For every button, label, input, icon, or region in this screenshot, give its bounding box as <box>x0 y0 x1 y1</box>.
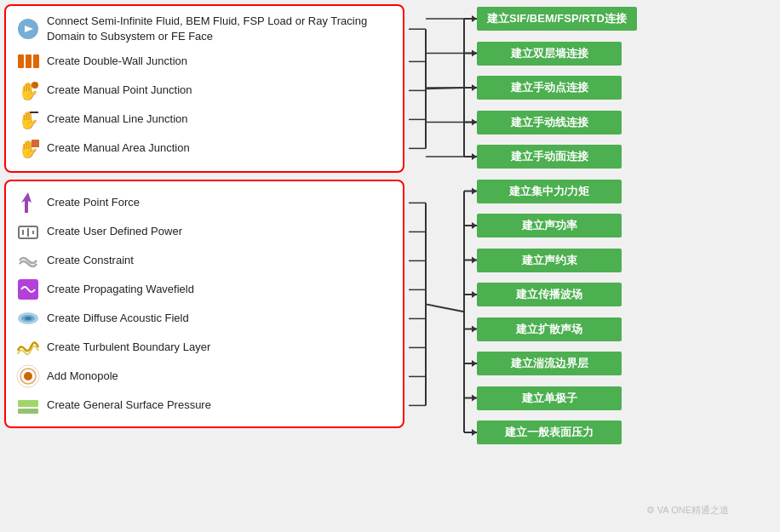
svg-rect-3 <box>26 54 32 68</box>
left-column: Connect Semi-Infinite Fluid, BEM Fluid, … <box>0 0 409 532</box>
right-row: 建立双层墙连接 <box>477 42 780 66</box>
manual-point-icon: ✋ <box>16 78 40 102</box>
right-column: 建立SIF/BEM/FSP/RTD连接建立双层墙连接建立手动点连接建立手动线连接… <box>477 0 780 532</box>
diffuse-icon <box>16 306 40 330</box>
constraint-icon <box>16 249 40 272</box>
green-label: 建立传播波场 <box>477 283 622 306</box>
svg-rect-23 <box>18 400 38 407</box>
double-wall-label: Create Double-Wall Junction <box>47 54 187 69</box>
svg-marker-72 <box>472 395 477 402</box>
list-item: Create Turbulent Boundary Layer <box>14 333 394 362</box>
right-row: 建立单极子 <box>477 386 780 410</box>
svg-marker-41 <box>472 50 477 57</box>
manual-point-label: Create Manual Point Junction <box>47 83 192 98</box>
svg-marker-43 <box>472 84 477 91</box>
list-item: ✋ Create Manual Area Junction <box>14 134 394 163</box>
list-item: Create Point Force <box>14 188 394 217</box>
surface-pressure-icon <box>16 393 40 417</box>
green-label: 建立手动面连接 <box>477 145 622 169</box>
green-label: 建立双层墙连接 <box>477 42 622 66</box>
list-item: Connect Semi-Infinite Fluid, BEM Fluid, … <box>14 11 394 47</box>
list-item: Create Constraint <box>14 246 394 275</box>
list-item: Create General Surface Pressure <box>14 391 394 420</box>
right-row: 建立传播波场 <box>477 283 780 306</box>
green-label: 建立声约束 <box>477 249 622 272</box>
manual-area-label: Create Manual Area Junction <box>47 141 190 156</box>
green-label: 建立一般表面压力 <box>477 420 622 444</box>
svg-marker-47 <box>472 153 477 160</box>
diagram-wrapper: Connect Semi-Infinite Fluid, BEM Fluid, … <box>0 0 780 532</box>
top-box: Connect Semi-Infinite Fluid, BEM Fluid, … <box>4 4 404 173</box>
right-row: 建立集中力/力矩 <box>477 180 780 203</box>
user-power-label: Create User Defined Power <box>47 225 182 239</box>
right-row: 建立手动面连接 <box>477 145 780 169</box>
list-item: Create Diffuse Acoustic Field <box>14 304 394 333</box>
svg-line-37 <box>426 88 464 89</box>
svg-rect-10 <box>32 140 39 147</box>
svg-marker-45 <box>472 119 477 126</box>
manual-line-label: Create Manual Line Junction <box>47 112 188 127</box>
list-item: Create Propagating Wavefield <box>14 275 394 304</box>
right-row: 建立湍流边界层 <box>477 352 780 375</box>
turbulent-label: Create Turbulent Boundary Layer <box>47 340 210 355</box>
manual-area-icon: ✋ <box>16 136 40 160</box>
constraint-label: Create Constraint <box>47 254 134 268</box>
point-force-label: Create Point Force <box>47 196 140 210</box>
list-item: Create Double-Wall Junction <box>14 47 394 76</box>
svg-marker-68 <box>472 326 477 333</box>
diffuse-label: Create Diffuse Acoustic Field <box>47 312 189 326</box>
right-row: 建立一般表面压力 <box>477 420 780 444</box>
svg-marker-64 <box>472 257 477 264</box>
connect-semi-label: Connect Semi-Infinite Fluid, BEM Fluid, … <box>47 14 393 44</box>
watermark-logo: ⚙ VA ONE精通之道 <box>646 504 729 517</box>
right-row: 建立扩散声场 <box>477 317 780 341</box>
green-label: 建立湍流边界层 <box>477 352 622 375</box>
surface-pressure-label: Create General Surface Pressure <box>47 398 211 413</box>
svg-rect-4 <box>33 54 39 68</box>
list-item: Create User Defined Power <box>14 217 394 246</box>
svg-point-20 <box>24 372 32 380</box>
green-label: 建立集中力/力矩 <box>477 180 622 203</box>
connect-semi-icon <box>16 17 40 41</box>
bottom-box: Create Point Force Create User Defined P… <box>4 180 404 428</box>
list-item: Add Monopole <box>14 362 394 391</box>
right-row: 建立手动线连接 <box>477 111 780 134</box>
svg-line-58 <box>426 304 464 312</box>
connector-lines <box>409 0 477 532</box>
svg-marker-60 <box>472 188 477 195</box>
monopole-icon <box>16 364 40 388</box>
svg-point-19 <box>25 317 32 320</box>
green-label: 建立SIF/BEM/FSP/RTD连接 <box>477 7 637 31</box>
green-label: 建立手动点连接 <box>477 76 622 100</box>
right-row: 建立声约束 <box>477 249 780 272</box>
turbulent-icon <box>16 335 40 359</box>
svg-rect-2 <box>18 54 24 68</box>
list-item: ✋ Create Manual Line Junction <box>14 105 394 134</box>
wavefield-icon <box>16 277 40 301</box>
list-item: ✋ Create Manual Point Junction <box>14 76 394 105</box>
connector-area <box>409 0 477 532</box>
right-row: 建立声功率 <box>477 214 780 237</box>
svg-marker-66 <box>472 291 477 298</box>
svg-marker-70 <box>472 360 477 367</box>
double-wall-icon <box>16 49 40 73</box>
right-row: 建立手动点连接 <box>477 76 780 100</box>
green-label: 建立扩散声场 <box>477 317 622 341</box>
svg-marker-11 <box>21 192 32 213</box>
svg-marker-39 <box>472 15 477 22</box>
svg-marker-62 <box>472 222 477 229</box>
svg-marker-74 <box>472 429 477 436</box>
right-row: 建立SIF/BEM/FSP/RTD连接 <box>477 7 780 31</box>
manual-line-icon: ✋ <box>16 107 40 131</box>
green-label: 建立单极子 <box>477 386 622 410</box>
user-power-icon <box>16 220 40 243</box>
wavefield-label: Create Propagating Wavefield <box>47 283 194 297</box>
green-label: 建立声功率 <box>477 214 622 237</box>
point-force-icon <box>16 191 40 215</box>
green-label: 建立手动线连接 <box>477 111 622 134</box>
svg-rect-24 <box>18 409 38 414</box>
watermark: ⚙ VA ONE精通之道 <box>646 504 729 517</box>
svg-point-6 <box>32 82 38 89</box>
monopole-label: Add Monopole <box>47 369 118 384</box>
